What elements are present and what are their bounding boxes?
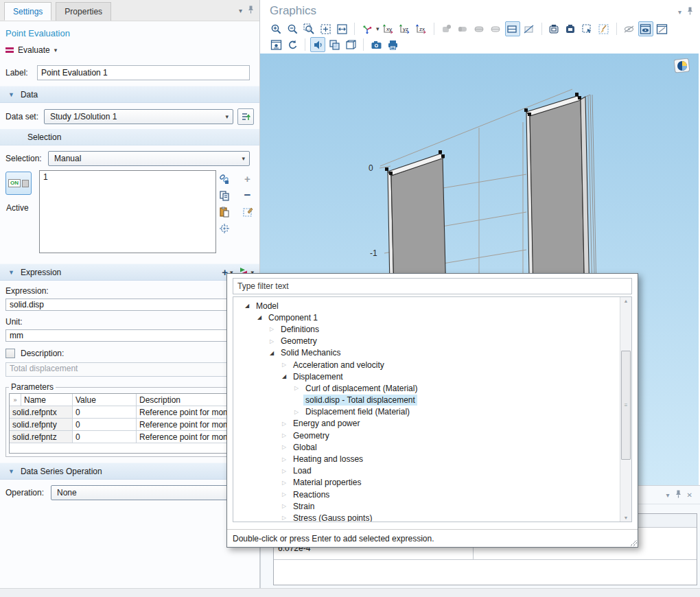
pin-icon[interactable]: [687, 7, 693, 16]
pin-icon[interactable]: [675, 490, 681, 500]
panel-menu-icon[interactable]: ▾: [239, 7, 242, 14]
tree-item[interactable]: Energy and power: [233, 418, 631, 430]
param-name[interactable]: solid.refpntz: [10, 431, 73, 443]
chevron-down-icon[interactable]: ▾: [54, 47, 58, 54]
copy-icon[interactable]: [218, 189, 230, 201]
column-resize-icon[interactable]: »: [10, 394, 21, 406]
scene-settings-icon[interactable]: [268, 37, 283, 52]
selection-list[interactable]: 1: [39, 170, 216, 253]
collapse-triangle-icon[interactable]: ▼: [8, 468, 14, 475]
zoom-to-selection-icon[interactable]: [218, 222, 230, 234]
tree-expander-icon[interactable]: [280, 373, 288, 379]
speaker-icon[interactable]: [310, 37, 325, 52]
panel-menu-icon[interactable]: ▾: [666, 491, 670, 499]
section-data-series-operation[interactable]: ▼ Data Series Operation: [0, 463, 259, 480]
tree-item[interactable]: Displacement field (Material): [233, 406, 631, 418]
reset-view-icon[interactable]: [285, 37, 300, 52]
collapse-triangle-icon[interactable]: ▼: [8, 91, 14, 98]
tree-expander-icon[interactable]: [280, 444, 288, 450]
param-name[interactable]: solid.refpnty: [10, 419, 73, 431]
print-icon[interactable]: [385, 37, 400, 52]
operation-combobox[interactable]: None ▾: [51, 485, 250, 500]
tree-expander-icon[interactable]: [280, 503, 288, 509]
active-toggle-button[interactable]: ON: [5, 172, 32, 195]
dataset-combobox[interactable]: Study 1/Solution 1 ▾: [44, 109, 233, 124]
tree-expander-icon[interactable]: [243, 303, 251, 309]
view-xy-icon[interactable]: xy: [381, 21, 396, 36]
tree-item[interactable]: Geometry: [233, 430, 631, 441]
label-input[interactable]: [37, 65, 250, 80]
tab-properties[interactable]: Properties: [56, 2, 111, 21]
copy-selection-link-icon[interactable]: [218, 173, 230, 185]
tree-item[interactable]: Heating and losses: [233, 453, 631, 465]
selection-combobox[interactable]: Manual ▾: [48, 151, 250, 166]
scrollbar-thumb[interactable]: ≡: [621, 351, 631, 460]
tree-expander-icon[interactable]: [280, 480, 288, 486]
pin-icon[interactable]: [248, 5, 254, 15]
tree-expander-icon[interactable]: [280, 421, 288, 427]
tree-item[interactable]: Acceleration and velocity: [233, 359, 631, 371]
tree-expander-icon[interactable]: [255, 314, 264, 320]
add-selection-icon[interactable]: +: [242, 173, 253, 185]
select-domains-icon[interactable]: [489, 21, 504, 36]
chevron-down-icon[interactable]: ▾: [376, 25, 380, 32]
param-value[interactable]: 0: [73, 419, 137, 431]
description-checkbox[interactable]: [5, 349, 15, 358]
tree-item[interactable]: Solid Mechanics: [233, 347, 631, 359]
scroll-down-icon[interactable]: ▼: [620, 515, 631, 520]
tree-expander-icon[interactable]: [268, 338, 276, 344]
collapse-triangle-icon[interactable]: ▼: [8, 269, 14, 276]
section-expression[interactable]: ▼ Expression + ▾ ▾: [0, 264, 259, 281]
view-yz-icon[interactable]: yz: [397, 21, 412, 36]
tree-item[interactable]: Displacement: [233, 371, 631, 382]
table-row[interactable]: solid.refpntz 0 Reference point for mome…: [10, 431, 250, 443]
clear-selection-icon[interactable]: [242, 206, 253, 218]
tree-item[interactable]: Stress (Gauss points): [233, 512, 631, 522]
evaluate-button[interactable]: Evaluate ▾: [5, 43, 254, 57]
tree-item[interactable]: Strain: [233, 500, 631, 512]
tree-expander-icon[interactable]: [280, 468, 288, 474]
tab-settings[interactable]: Settings: [4, 2, 51, 21]
deselect-box-icon[interactable]: [522, 21, 537, 36]
tree-expander-icon[interactable]: [280, 362, 288, 368]
select-edges-icon[interactable]: [456, 21, 471, 36]
tree-expander-icon[interactable]: [268, 350, 276, 356]
unit-input[interactable]: [5, 329, 244, 342]
section-data[interactable]: ▼ Data: [0, 86, 259, 103]
zoom-box-icon[interactable]: [301, 21, 316, 36]
tree-item[interactable]: Component 1: [233, 312, 631, 323]
show-visibility-icon[interactable]: [638, 21, 653, 36]
expression-input[interactable]: [5, 298, 244, 311]
close-icon[interactable]: ✕: [687, 491, 692, 499]
clear-selection-broom-icon[interactable]: [596, 21, 611, 36]
remove-selection-icon[interactable]: −: [242, 189, 253, 201]
tree-item[interactable]: Curl of displacement (Material): [233, 382, 631, 394]
zoom-in-icon[interactable]: [268, 21, 283, 36]
select-box-icon[interactable]: [505, 21, 520, 36]
col-value[interactable]: Value: [73, 394, 137, 406]
tree-item[interactable]: Reactions: [233, 489, 631, 500]
default-3d-view-icon[interactable]: [360, 21, 375, 36]
select-vertices-icon[interactable]: [439, 21, 454, 36]
view-zx-icon[interactable]: zx: [414, 21, 429, 36]
panel-menu-icon[interactable]: ▾: [678, 8, 681, 16]
tree-item[interactable]: Model: [233, 300, 631, 312]
tree-item[interactable]: Definitions: [233, 323, 631, 335]
param-value[interactable]: 0: [73, 431, 137, 443]
tree-item[interactable]: Load: [233, 465, 631, 477]
col-name[interactable]: Name: [21, 394, 73, 406]
param-name[interactable]: solid.refpntx: [10, 406, 73, 419]
zoom-extents-icon[interactable]: [318, 21, 333, 36]
tree-expander-icon[interactable]: [292, 409, 301, 415]
tree-item[interactable]: Global: [233, 441, 631, 453]
go-to-dataset-button[interactable]: [237, 108, 254, 125]
table-row[interactable]: solid.refpntx 0 Reference point for mome…: [10, 406, 250, 419]
tree-expander-icon[interactable]: [268, 326, 276, 332]
tree-item[interactable]: Geometry: [233, 336, 631, 347]
tree-item-selected[interactable]: solid.disp - Total displacement: [233, 395, 631, 406]
disable-edit-icon[interactable]: [655, 21, 670, 36]
hide-objects-icon[interactable]: [622, 21, 637, 36]
select-marquee-icon[interactable]: [580, 21, 595, 36]
paste-icon[interactable]: [218, 206, 230, 218]
resize-grip[interactable]: [630, 539, 637, 546]
